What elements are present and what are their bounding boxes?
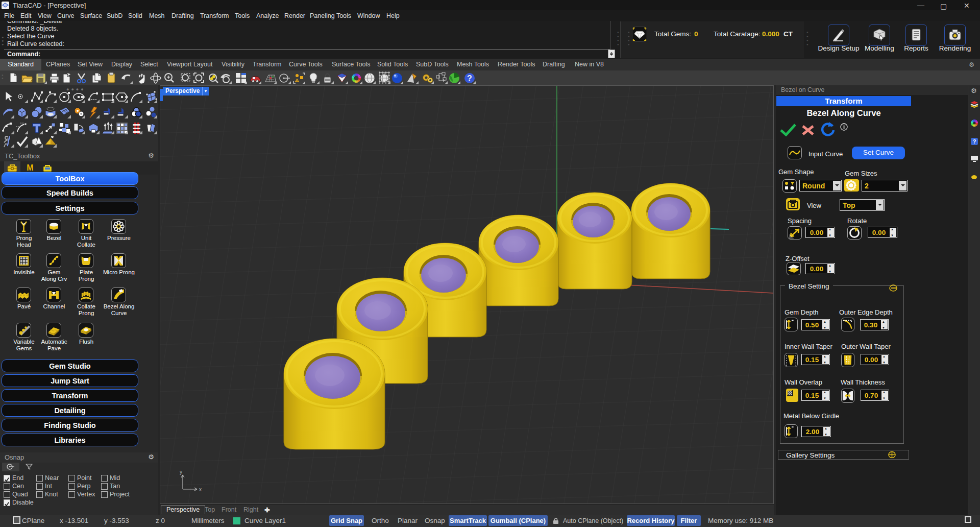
- svg-text:x: x: [199, 487, 202, 492]
- svg-text:y: y: [180, 469, 182, 475]
- svg-text:?: ?: [467, 74, 472, 83]
- svg-text:?: ?: [973, 138, 976, 145]
